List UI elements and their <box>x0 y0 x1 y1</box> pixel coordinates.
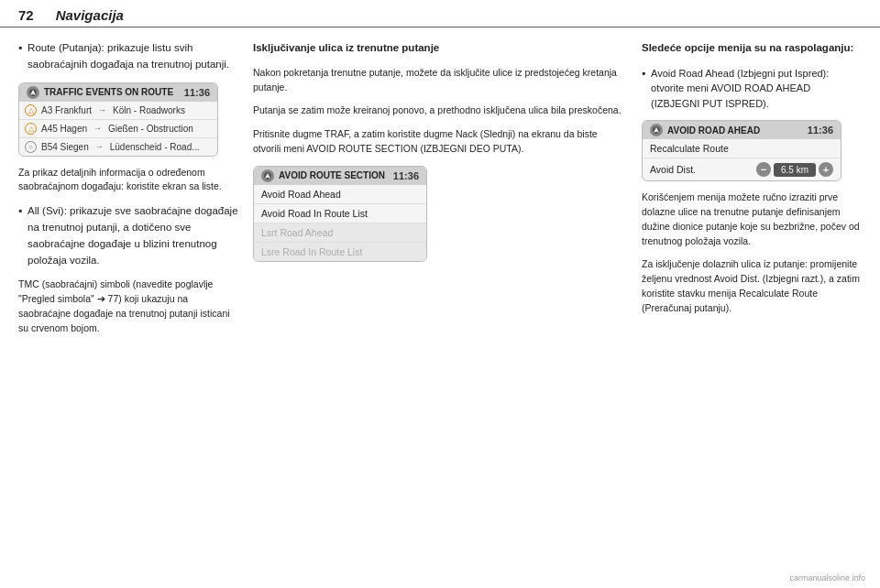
middle-heading: Isključivanje ulica iz trenutne putanje <box>253 40 627 57</box>
nav-icon-2 <box>261 169 274 182</box>
middle-column: Isključivanje ulica iz trenutne putanje … <box>253 40 627 344</box>
left-caption1-text: Za prikaz detaljnih informacija o određe… <box>18 167 222 192</box>
device-avoid-section: AVOID ROUTE SECTION 11:36 Avoid Road Ahe… <box>253 166 427 262</box>
device-avoid-title: AVOID ROUTE SECTION <box>279 170 385 180</box>
bullet-char-2: ▪ <box>18 203 22 268</box>
device-traffic-title: TRAFFIC EVENTS ON ROUTE <box>44 87 173 97</box>
page-title: Navigacija <box>56 7 124 23</box>
device-avoid-header-left: AVOID ROUTE SECTION <box>261 169 385 182</box>
right-bullet1: ▪ Avoid Road Ahead (Izbjegni put Ispred)… <box>642 66 862 112</box>
row-dest-3: Lüdenscheid - Road... <box>110 142 200 152</box>
left-column: ▪ Route (Putanja): prikazuje listu svih … <box>18 40 238 344</box>
device-traffic-time: 11:36 <box>184 87 210 98</box>
dist-decrease-button[interactable]: − <box>756 162 771 177</box>
right-heading-text: Sledeće opcije menija su na raspolaganju… <box>642 42 853 53</box>
middle-heading-text: Isključivanje ulica iz trenutne putanje <box>253 42 439 53</box>
left-para2-text: TMC (saobraćajni) simboli (navedite pogl… <box>18 278 230 332</box>
right-caption2: Korišćenjem menija možete ručno izraziti… <box>642 191 862 248</box>
warning-icon: △ <box>25 104 37 116</box>
right-heading: Sledeće opcije menija su na raspolaganju… <box>642 40 862 57</box>
left-bullet1-text: Route (Putanja): prikazuje listu svih sa… <box>28 40 238 73</box>
avoid-row-4: Lsre Road In Route List <box>261 246 362 257</box>
circle-icon: ○ <box>25 141 37 153</box>
arrow-icon-3: → <box>95 142 104 151</box>
row-dest-1: Köln - Roadworks <box>113 105 185 115</box>
right-bullet1-text: Avoid Road Ahead (Izbjegni put Ispred): … <box>651 66 862 112</box>
content: ▪ Route (Putanja): prikazuje listu svih … <box>0 27 880 357</box>
avoid-row-2: Avoid Road In Route List <box>261 208 368 219</box>
row-text-2: A45 Hagen <box>41 124 87 134</box>
device-avoid-header: AVOID ROUTE SECTION 11:36 <box>254 167 426 185</box>
device-avoid-ahead: AVOID ROAD AHEAD 11:36 Recalculate Route… <box>642 120 842 181</box>
device-avoid-time: 11:36 <box>393 170 419 181</box>
middle-para1: Nakon pokretanja trenutne putanje, možet… <box>253 66 627 95</box>
left-bullet1: ▪ Route (Putanja): prikazuje listu svih … <box>18 40 238 73</box>
middle-para2: Putanja se zatim može kreiranoj ponovo, … <box>253 103 627 118</box>
row-text-3: B54 Siegen <box>41 142 89 152</box>
arrow-icon-1: → <box>98 105 106 114</box>
device-header-left: TRAFFIC EVENTS ON ROUTE <box>27 86 173 99</box>
device-ahead-title: AVOID ROAD AHEAD <box>667 125 760 136</box>
page-header: 72 Navigacija <box>0 0 880 27</box>
recalculate-label: Recalculate Route <box>650 143 729 154</box>
list-item[interactable]: Avoid Road Ahead <box>254 185 426 204</box>
table-row[interactable]: △ A3 Frankfurt → Köln - Roadworks <box>19 102 217 120</box>
dist-value: 6.5 km <box>774 163 816 177</box>
device-ahead-time: 11:36 <box>808 125 833 136</box>
device-traffic-header: TRAFFIC EVENTS ON ROUTE 11:36 <box>19 83 217 102</box>
device-ahead-header-left: AVOID ROAD AHEAD <box>650 124 760 136</box>
page: 72 Navigacija ▪ Route (Putanja): prikazu… <box>0 0 880 588</box>
right-caption2-text: Korišćenjem menija možete ručno izraziti… <box>642 191 860 245</box>
left-para2: TMC (saobraćajni) simboli (navedite pogl… <box>18 278 238 335</box>
nav-icon <box>27 86 39 99</box>
table-row[interactable]: ○ B54 Siegen → Lüdenscheid - Road... <box>19 138 217 156</box>
right-para-end: Za isključenje dolaznih ulica iz putanje… <box>642 257 862 315</box>
row-text-1: A3 Frankfurt <box>41 105 92 115</box>
dist-control: − 6.5 km + <box>756 162 833 177</box>
bullet-char-1: ▪ <box>18 40 22 73</box>
dist-label: Avoid Dist. <box>650 164 696 175</box>
right-para-end-text: Za isključenje dolaznih ulica iz putanje… <box>642 258 860 312</box>
middle-para3-text: Pritisnite dugme TRAF, a zatim koristite… <box>253 128 598 154</box>
middle-para1-text: Nakon pokretanja trenutne putanje, možet… <box>253 67 617 93</box>
dist-row: Avoid Dist. − 6.5 km + <box>643 158 841 180</box>
row-dest-2: Gießen - Obstruction <box>108 124 193 134</box>
right-column: Sledeće opcije menija su na raspolaganju… <box>642 40 862 344</box>
list-item[interactable]: Lsrt Road Ahead <box>254 223 426 243</box>
left-bullet2: ▪ All (Svi): prikazuje sve saobraćajne d… <box>18 203 238 268</box>
recalculate-row[interactable]: Recalculate Route <box>643 139 841 158</box>
avoid-row-1: Avoid Road Ahead <box>261 189 341 200</box>
device-traffic-events: TRAFFIC EVENTS ON ROUTE 11:36 △ A3 Frank… <box>18 82 218 157</box>
bullet-char-r1: ▪ <box>642 66 645 112</box>
arrow-icon-2: → <box>94 124 102 133</box>
watermark: carmanualsoline.info <box>789 573 865 583</box>
nav-icon-3 <box>650 124 663 136</box>
list-item[interactable]: Avoid Road In Route List <box>254 204 426 223</box>
device-ahead-header: AVOID ROAD AHEAD 11:36 <box>643 121 841 139</box>
table-row[interactable]: △ A45 Hagen → Gießen - Obstruction <box>19 120 217 138</box>
left-bullet2-text: All (Svi): prikazuje sve saobraćajne dog… <box>28 203 238 268</box>
middle-para2-text: Putanja se zatim može kreiranoj ponovo, … <box>253 104 622 115</box>
dist-increase-button[interactable]: + <box>819 162 833 177</box>
list-item[interactable]: Lsre Road In Route List <box>254 243 426 261</box>
page-number: 72 <box>18 7 34 23</box>
left-caption1: Za prikaz detaljnih informacija o određe… <box>18 166 238 195</box>
warning-icon-2: △ <box>25 123 37 135</box>
middle-para3: Pritisnite dugme TRAF, a zatim koristite… <box>253 127 627 157</box>
avoid-row-3: Lsrt Road Ahead <box>261 227 333 238</box>
